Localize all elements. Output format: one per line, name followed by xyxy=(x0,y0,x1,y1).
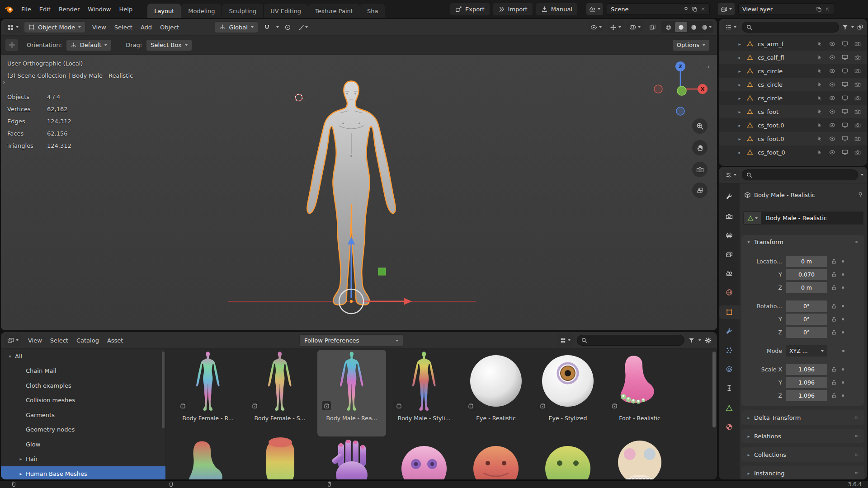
panel-relations[interactable]: ▸Relations xyxy=(741,429,864,443)
selectable-toggle-icon[interactable] xyxy=(815,122,825,128)
editor-type-button[interactable] xyxy=(5,334,21,346)
lock-icon[interactable] xyxy=(831,329,837,335)
catalog-cloth-examples[interactable]: Cloth examples xyxy=(1,378,165,393)
catalog-hair[interactable]: ▸Hair xyxy=(1,452,165,467)
viewport-menu-object[interactable]: Object xyxy=(156,19,183,35)
catalog-geometry-nodes[interactable]: Geometry nodes xyxy=(1,422,165,437)
catalog-scrollbar[interactable] xyxy=(162,352,165,428)
perspective-toggle-button[interactable] xyxy=(692,183,708,198)
mode-selector[interactable]: Object Mode xyxy=(24,21,85,33)
hide-viewport-toggle-icon[interactable] xyxy=(827,81,837,88)
asset-card-row2[interactable] xyxy=(605,435,674,479)
outliner-row[interactable]: ▸cs_circle xyxy=(719,78,867,91)
disable-viewport-toggle-icon[interactable] xyxy=(840,81,850,88)
asset-menu-asset[interactable]: Asset xyxy=(103,332,127,348)
import-method-dropdown[interactable]: Follow Preferences xyxy=(299,334,403,347)
workspace-tab-texture-paint[interactable]: Texture Paint xyxy=(308,4,360,18)
asset-grid-scrollbar[interactable] xyxy=(712,352,716,427)
asset-card-eye-realistic[interactable]: Eye - Realistic xyxy=(462,350,530,422)
animate-dot[interactable] xyxy=(842,331,844,333)
topbar-menu-render[interactable]: Render xyxy=(55,0,84,18)
browse-scene-button[interactable] xyxy=(586,3,603,15)
properties-search-input[interactable] xyxy=(742,169,858,180)
asset-card-body-male-styli[interactable]: Body Male - Styli... xyxy=(390,350,458,422)
asset-card-row2[interactable] xyxy=(462,435,530,479)
animate-dot[interactable] xyxy=(842,305,844,307)
new-scene-icon[interactable] xyxy=(692,6,698,12)
topbar-menu-help[interactable]: Help xyxy=(115,0,137,18)
gizmos-dropdown[interactable] xyxy=(607,21,624,33)
expand-icon[interactable]: ▸ xyxy=(737,42,742,47)
hide-viewport-toggle-icon[interactable] xyxy=(827,149,837,155)
lock-icon[interactable] xyxy=(831,303,837,309)
transform-value-field[interactable]: 0.070 xyxy=(786,269,827,280)
editor-type-button[interactable] xyxy=(722,169,739,181)
outliner-row[interactable]: ▸cs_foot_0 xyxy=(719,145,867,159)
expand-icon[interactable]: ▸ xyxy=(737,96,742,101)
workspace-tab-modeling[interactable]: Modeling xyxy=(181,4,222,18)
close-icon[interactable] xyxy=(700,6,706,12)
options-button[interactable]: Options xyxy=(672,39,710,51)
chevron-down-icon[interactable] xyxy=(851,26,854,28)
disable-render-toggle-icon[interactable] xyxy=(853,81,863,88)
transform-value-field[interactable]: 0° xyxy=(786,300,827,312)
disable-render-toggle-icon[interactable] xyxy=(853,108,863,115)
asset-menu-catalog[interactable]: Catalog xyxy=(72,332,103,348)
animate-dot[interactable] xyxy=(842,286,844,289)
selectable-toggle-icon[interactable] xyxy=(815,136,825,141)
3d-scene[interactable]: ZX xyxy=(1,55,717,330)
expand-icon[interactable]: ▸ xyxy=(737,136,742,141)
catalog-garments[interactable]: Garments xyxy=(1,408,165,422)
asset-card-body-male-rea[interactable]: Body Male - Rea... xyxy=(317,350,386,436)
asset-card-row2[interactable] xyxy=(174,435,242,479)
disable-render-toggle-icon[interactable] xyxy=(853,68,863,74)
rotation-mode-dropdown[interactable]: XYZ ... xyxy=(786,345,827,357)
selectable-toggle-icon[interactable] xyxy=(815,55,825,60)
topbar-menu-window[interactable]: Window xyxy=(84,0,115,18)
new-viewlayer-icon[interactable] xyxy=(816,6,822,12)
disable-viewport-toggle-icon[interactable] xyxy=(840,54,850,61)
editor-type-button[interactable] xyxy=(5,21,21,33)
disable-render-toggle-icon[interactable] xyxy=(853,136,863,142)
asset-card-body-female-s[interactable]: Body Female - S... xyxy=(245,350,314,422)
disable-viewport-toggle-icon[interactable] xyxy=(840,68,850,74)
animate-dot[interactable] xyxy=(842,273,844,276)
properties-tab-world[interactable] xyxy=(719,286,740,299)
workspace-tab-uv-editing[interactable]: UV Editing xyxy=(264,4,308,18)
animate-dot[interactable] xyxy=(842,260,844,263)
transform-value-field[interactable]: 1.096 xyxy=(786,364,827,375)
hide-viewport-toggle-icon[interactable] xyxy=(827,95,837,101)
catalog-glow[interactable]: Glow xyxy=(1,437,165,452)
properties-tab-render[interactable] xyxy=(719,210,740,223)
outliner-row[interactable]: ▸cs_circle xyxy=(719,91,867,105)
asset-card-row2[interactable] xyxy=(245,435,314,479)
properties-tab-view-layer[interactable] xyxy=(719,248,740,261)
asset-menu-select[interactable]: Select xyxy=(46,332,72,348)
new-collection-icon[interactable] xyxy=(857,24,863,31)
hide-viewport-toggle-icon[interactable] xyxy=(827,54,837,61)
chevron-down-icon[interactable] xyxy=(698,339,701,341)
selectable-toggle-icon[interactable] xyxy=(815,109,825,114)
expand-icon[interactable]: ▸ xyxy=(18,471,24,476)
disable-render-toggle-icon[interactable] xyxy=(853,41,863,47)
shading-solid-button[interactable] xyxy=(675,22,687,32)
expand-icon[interactable]: ▸ xyxy=(18,456,24,461)
filter-icon[interactable] xyxy=(688,337,695,344)
viewport-menu-view[interactable]: View xyxy=(88,19,110,35)
properties-tab-modifiers[interactable] xyxy=(719,324,740,338)
properties-tab-data[interactable] xyxy=(719,401,740,415)
outliner-search-input[interactable] xyxy=(742,22,839,33)
properties-tab-physics[interactable] xyxy=(719,362,740,376)
disable-viewport-toggle-icon[interactable] xyxy=(840,149,850,155)
properties-tab-material[interactable] xyxy=(719,420,740,434)
drag-setting-dropdown[interactable]: Select Box xyxy=(146,39,192,51)
outliner-row[interactable]: ▸cs_calf_fl xyxy=(719,51,867,64)
disable-viewport-toggle-icon[interactable] xyxy=(840,95,850,101)
animate-dot[interactable] xyxy=(842,318,844,320)
panel-collections[interactable]: ▸Collections xyxy=(741,447,864,462)
panel-instancing[interactable]: ▸Instancing xyxy=(741,466,864,479)
pan-button[interactable] xyxy=(692,140,708,155)
xray-toggle-button[interactable] xyxy=(646,21,659,33)
panel-delta-transform[interactable]: ▸Delta Transform xyxy=(741,410,864,425)
expand-icon[interactable]: ▸ xyxy=(737,150,742,155)
